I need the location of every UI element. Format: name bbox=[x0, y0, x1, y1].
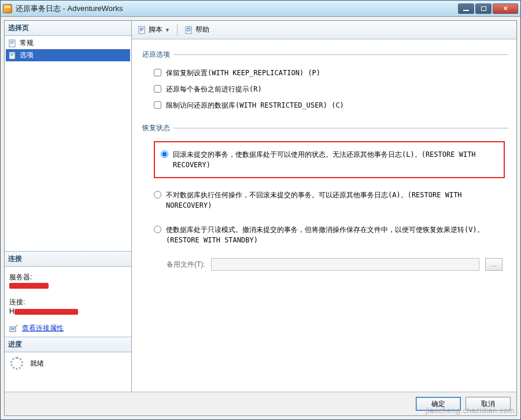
with-recovery-label: 回滚未提交的事务，使数据库处于可以使用的状态。无法还原其他事务日志(L)。(RE… bbox=[173, 149, 498, 170]
server-value-redacted bbox=[9, 283, 49, 289]
standby-file-row: 备用文件(T): ... bbox=[167, 258, 502, 271]
view-connection-properties-link[interactable]: 查看连接属性 bbox=[22, 323, 64, 333]
page-icon bbox=[8, 51, 17, 60]
with-norecovery-label: 不对数据库执行任何操作，不回滚未提交的事务。可以还原其他事务日志(A)。(RES… bbox=[166, 190, 505, 211]
with-recovery-radio[interactable] bbox=[161, 150, 168, 158]
recovery-state-fieldset: 恢复状态 回滚未提交的事务，使数据库处于可以使用的状态。无法还原其他事务日志(L… bbox=[142, 123, 508, 271]
browse-button: ... bbox=[485, 258, 502, 271]
connection-section: 连接 服务器: 连接: H 查看连接属性 bbox=[5, 251, 131, 337]
help-button[interactable]: ? 帮助 bbox=[182, 24, 212, 36]
nav-item-options[interactable]: 选项 bbox=[6, 49, 130, 61]
script-button[interactable]: 脚本 ▼ bbox=[135, 24, 172, 36]
nav-list: 常规 选项 bbox=[5, 36, 131, 62]
left-panel: 选择页 常规 选项 bbox=[5, 21, 132, 392]
connection-label: 连接: bbox=[9, 297, 127, 307]
dialog-window: 还原事务日志 - AdventureWorks ✕ 选择页 常规 bbox=[0, 0, 521, 420]
form-area: 还原选项 保留复制设置(WITH KEEP_REPLICATION) (P) 还… bbox=[132, 39, 516, 392]
norecovery-radio-row[interactable]: 不对数据库执行任何操作，不回滚未提交的事务。可以还原其他事务日志(A)。(RES… bbox=[154, 190, 505, 211]
recovery-state-legend: 恢复状态 bbox=[142, 123, 173, 133]
prompt-before-checkbox[interactable] bbox=[154, 85, 161, 93]
maximize-button[interactable] bbox=[475, 3, 492, 14]
keep-replication-checkbox-row[interactable]: 保留复制设置(WITH KEEP_REPLICATION) (P) bbox=[154, 68, 505, 78]
standby-file-input bbox=[211, 258, 479, 271]
app-database-icon bbox=[3, 4, 12, 13]
connection-header: 连接 bbox=[5, 252, 131, 267]
ok-button[interactable]: 确定 bbox=[416, 397, 461, 411]
toolbar-separator bbox=[177, 24, 178, 36]
standby-file-label: 备用文件(T): bbox=[167, 260, 205, 270]
svg-rect-9 bbox=[11, 328, 14, 329]
nav-item-label: 常规 bbox=[20, 38, 34, 48]
svg-rect-1 bbox=[10, 41, 14, 42]
script-label: 脚本 bbox=[149, 25, 162, 35]
keep-replication-checkbox[interactable] bbox=[154, 69, 161, 76]
page-icon bbox=[8, 39, 17, 48]
svg-rect-10 bbox=[11, 329, 14, 330]
connection-value-redacted bbox=[14, 309, 78, 315]
with-norecovery-radio[interactable] bbox=[154, 191, 161, 198]
svg-rect-6 bbox=[10, 54, 14, 55]
keep-replication-label: 保留复制设置(WITH KEEP_REPLICATION) (P) bbox=[166, 68, 320, 78]
dropdown-arrow-icon: ▼ bbox=[165, 27, 170, 33]
window-controls: ✕ bbox=[458, 3, 518, 14]
dialog-footer: 确定 取消 bbox=[5, 392, 516, 415]
right-panel: 脚本 ▼ ? 帮助 还原选项 bbox=[132, 21, 516, 392]
standby-radio-row[interactable]: 使数据库处于只读模式。撤消未提交的事务，但将撤消操作保存在文件中，以便可使恢复效… bbox=[154, 224, 505, 245]
content-frame: 选择页 常规 选项 bbox=[4, 20, 517, 416]
progress-status: 就绪 bbox=[30, 359, 44, 369]
highlighted-option: 回滚未提交的事务，使数据库处于可以使用的状态。无法还原其他事务日志(L)。(RE… bbox=[154, 141, 505, 178]
nav-item-general[interactable]: 常规 bbox=[6, 37, 130, 49]
restrict-access-checkbox[interactable] bbox=[154, 101, 161, 109]
nav-item-label: 选项 bbox=[20, 50, 34, 60]
prompt-before-label: 还原每个备份之前进行提示(R) bbox=[166, 84, 262, 94]
svg-rect-11 bbox=[139, 27, 145, 34]
main-split: 选择页 常规 选项 bbox=[5, 21, 516, 392]
help-label: 帮助 bbox=[195, 25, 209, 35]
window-title: 还原事务日志 - AdventureWorks bbox=[16, 3, 123, 14]
svg-rect-2 bbox=[10, 42, 14, 43]
progress-section: 进度 就绪 bbox=[5, 337, 131, 392]
select-page-header: 选择页 bbox=[5, 21, 131, 36]
cancel-button[interactable]: 取消 bbox=[465, 397, 511, 411]
restore-options-fieldset: 还原选项 保留复制设置(WITH KEEP_REPLICATION) (P) 还… bbox=[142, 50, 508, 110]
script-icon bbox=[138, 25, 147, 35]
progress-spinner-icon bbox=[10, 357, 23, 370]
prompt-before-checkbox-row[interactable]: 还原每个备份之前进行提示(R) bbox=[154, 84, 505, 94]
close-button[interactable]: ✕ bbox=[493, 3, 518, 14]
with-standby-label: 使数据库处于只读模式。撤消未提交的事务，但将撤消操作保存在文件中，以便可使恢复效… bbox=[166, 224, 505, 245]
with-standby-radio[interactable] bbox=[154, 226, 161, 233]
svg-rect-5 bbox=[10, 53, 14, 54]
server-label: 服务器: bbox=[9, 272, 127, 282]
titlebar[interactable]: 还原事务日志 - AdventureWorks ✕ bbox=[1, 1, 520, 17]
restrict-access-label: 限制访问还原的数据库(WITH RESTRICTED_USER) (C) bbox=[166, 100, 344, 110]
progress-header: 进度 bbox=[5, 337, 131, 352]
restrict-access-checkbox-row[interactable]: 限制访问还原的数据库(WITH RESTRICTED_USER) (C) bbox=[154, 100, 505, 110]
restore-options-legend: 还原选项 bbox=[142, 50, 173, 60]
svg-rect-3 bbox=[10, 43, 13, 44]
help-icon: ? bbox=[184, 25, 194, 35]
svg-rect-7 bbox=[10, 56, 13, 56]
toolbar: 脚本 ▼ ? 帮助 bbox=[132, 21, 516, 39]
recovery-radio-row[interactable]: 回滚未提交的事务，使数据库处于可以使用的状态。无法还原其他事务日志(L)。(RE… bbox=[161, 149, 498, 170]
connection-properties-icon bbox=[9, 324, 19, 333]
minimize-button[interactable] bbox=[458, 3, 474, 14]
